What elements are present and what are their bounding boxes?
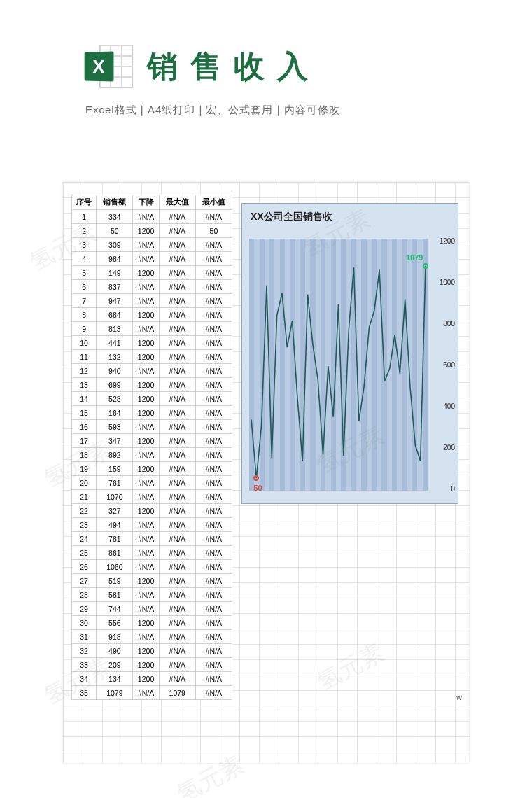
table-cell: #N/A — [195, 406, 232, 420]
table-cell: #N/A — [133, 686, 159, 700]
spreadsheet-preview: 序号销售额下降最大值最小值 1334#N/A#N/A#N/A2501200#N/… — [63, 182, 469, 763]
table-cell: #N/A — [159, 644, 195, 658]
table-cell: 5 — [72, 266, 97, 280]
table-cell: 327 — [97, 504, 133, 518]
table-cell: 34 — [72, 672, 97, 686]
col-header: 下降 — [133, 195, 159, 210]
table-cell: 947 — [97, 294, 133, 308]
table-row: 151641200#N/A#N/A — [72, 406, 232, 420]
table-row: 341341200#N/A#N/A — [72, 672, 232, 686]
table-cell: 2 — [72, 224, 97, 238]
table-cell: 12 — [72, 364, 97, 378]
table-row: 1334#N/A#N/A#N/A — [72, 210, 232, 224]
table-cell: 984 — [97, 252, 133, 266]
chart-title: XX公司全国销售收 — [242, 204, 458, 223]
table-cell: 892 — [97, 448, 133, 462]
table-cell: #N/A — [133, 490, 159, 504]
table-row: 223271200#N/A#N/A — [72, 504, 232, 518]
table-cell: 134 — [97, 672, 133, 686]
table-cell: #N/A — [159, 588, 195, 602]
table-cell: 528 — [97, 392, 133, 406]
table-cell: #N/A — [195, 546, 232, 560]
table-cell: 1200 — [133, 308, 159, 322]
table-cell: 1200 — [133, 574, 159, 588]
table-cell: #N/A — [195, 434, 232, 448]
table-cell: 1200 — [133, 336, 159, 350]
table-row: 351079#N/A1079#N/A — [72, 686, 232, 700]
table-cell: #N/A — [195, 658, 232, 672]
table-cell: 1200 — [133, 434, 159, 448]
table-cell: #N/A — [195, 490, 232, 504]
table-cell: 29 — [72, 602, 97, 616]
table-cell: #N/A — [195, 672, 232, 686]
table-cell: #N/A — [159, 378, 195, 392]
table-cell: #N/A — [195, 238, 232, 252]
page-title: 销售收入 — [147, 46, 321, 88]
table-cell: 132 — [97, 350, 133, 364]
table-cell: #N/A — [133, 588, 159, 602]
table-cell: 1070 — [97, 490, 133, 504]
table-cell: 32 — [72, 644, 97, 658]
table-cell: 18 — [72, 448, 97, 462]
table-cell: 1200 — [133, 504, 159, 518]
table-cell: #N/A — [159, 602, 195, 616]
table-cell: #N/A — [159, 574, 195, 588]
table-row: 332091200#N/A#N/A — [72, 658, 232, 672]
table-cell: 1200 — [133, 350, 159, 364]
table-cell: #N/A — [195, 476, 232, 490]
table-cell: #N/A — [195, 602, 232, 616]
table-cell: #N/A — [133, 420, 159, 434]
table-cell: #N/A — [159, 294, 195, 308]
table-cell: #N/A — [195, 392, 232, 406]
table-cell: #N/A — [133, 364, 159, 378]
table-cell: 50 — [195, 224, 232, 238]
table-cell: #N/A — [195, 322, 232, 336]
table-cell: #N/A — [195, 630, 232, 644]
table-cell: #N/A — [133, 210, 159, 224]
table-cell: 35 — [72, 686, 97, 700]
table-cell: #N/A — [159, 672, 195, 686]
table-cell: #N/A — [195, 350, 232, 364]
col-header: 最小值 — [195, 195, 232, 210]
table-cell: #N/A — [159, 630, 195, 644]
table-cell: #N/A — [159, 350, 195, 364]
table-row: 18892#N/A#N/A#N/A — [72, 448, 232, 462]
table-row: 4984#N/A#N/A#N/A — [72, 252, 232, 266]
table-cell: #N/A — [195, 378, 232, 392]
table-cell: 159 — [97, 462, 133, 476]
table-row: 9813#N/A#N/A#N/A — [72, 322, 232, 336]
table-cell: #N/A — [159, 560, 195, 574]
table-cell: 11 — [72, 350, 97, 364]
table-cell: 1200 — [133, 658, 159, 672]
table-cell: #N/A — [133, 238, 159, 252]
col-header: 最大值 — [159, 195, 195, 210]
table-cell: 28 — [72, 588, 97, 602]
y-tick-label: 600 — [443, 361, 455, 369]
table-cell: #N/A — [195, 308, 232, 322]
table-cell: 209 — [97, 658, 133, 672]
table-cell: 494 — [97, 518, 133, 532]
table-cell: #N/A — [133, 476, 159, 490]
table-cell: #N/A — [159, 238, 195, 252]
table-cell: #N/A — [133, 518, 159, 532]
table-cell: #N/A — [159, 280, 195, 294]
table-cell: #N/A — [159, 434, 195, 448]
table-cell: 16 — [72, 420, 97, 434]
table-cell: 441 — [97, 336, 133, 350]
table-cell: 13 — [72, 378, 97, 392]
table-cell: 1079 — [159, 686, 195, 700]
table-row: 24781#N/A#N/A#N/A — [72, 532, 232, 546]
y-tick-label: 1200 — [440, 237, 455, 245]
table-cell: 347 — [97, 434, 133, 448]
table-cell: #N/A — [195, 644, 232, 658]
table-cell: #N/A — [133, 546, 159, 560]
table-cell: 918 — [97, 630, 133, 644]
y-tick-label: 200 — [443, 444, 455, 451]
table-cell: #N/A — [133, 560, 159, 574]
table-cell: #N/A — [159, 532, 195, 546]
table-row: 20761#N/A#N/A#N/A — [72, 476, 232, 490]
table-cell: #N/A — [195, 532, 232, 546]
table-cell: 1 — [72, 210, 97, 224]
table-cell: 1200 — [133, 672, 159, 686]
y-axis-labels: 020040060080010001200 — [427, 239, 455, 491]
